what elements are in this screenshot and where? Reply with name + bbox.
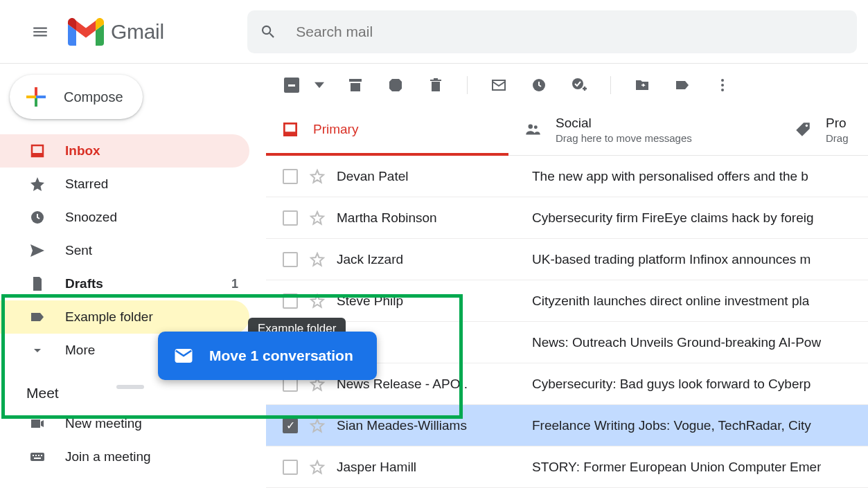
mail-row[interactable]: Jasper HamillSTORY: Former European Unio… — [266, 446, 868, 488]
category-tabs: Primary Social Drag here to move message… — [266, 104, 868, 156]
tab-label: Pro — [826, 116, 849, 131]
row-sender: Martha Robinson — [337, 210, 532, 226]
mail-row[interactable]: Jack IzzardUK-based trading platform Inf… — [266, 239, 868, 280]
star-icon[interactable] — [309, 210, 326, 226]
meet-join-meeting[interactable]: Join a meeting — [0, 440, 249, 473]
check-plus-icon — [571, 77, 587, 93]
meet-new-meeting[interactable]: New meeting — [0, 407, 249, 440]
star-icon[interactable] — [309, 168, 326, 185]
toolbar-separator — [610, 76, 611, 94]
svg-point-14 — [721, 79, 724, 82]
keyboard-icon — [29, 449, 46, 465]
hamburger-icon — [31, 23, 49, 41]
sidebar-resize-handle[interactable] — [116, 385, 144, 389]
row-checkbox[interactable] — [283, 460, 298, 475]
inbox-icon — [281, 120, 299, 138]
select-all-toggle[interactable] — [284, 78, 324, 93]
add-task-button[interactable] — [570, 76, 588, 94]
svg-rect-11 — [34, 458, 41, 459]
svg-rect-17 — [284, 132, 296, 135]
star-icon[interactable] — [309, 251, 326, 268]
row-subject: Cybersecurity firm FireEye claims hack b… — [532, 210, 814, 226]
more-button[interactable] — [714, 76, 732, 94]
svg-point-16 — [721, 89, 724, 91]
compose-button[interactable]: Compose — [10, 75, 143, 119]
drafts-count: 1 — [231, 277, 238, 291]
row-checkbox[interactable] — [283, 210, 298, 226]
folder-move-icon — [634, 77, 650, 93]
svg-rect-0 — [35, 87, 37, 97]
star-icon[interactable] — [309, 293, 326, 309]
nav-label: More — [65, 343, 95, 358]
search-bar[interactable] — [247, 10, 857, 53]
row-checkbox[interactable] — [283, 169, 298, 184]
svg-point-15 — [721, 84, 724, 87]
spam-icon — [387, 77, 404, 93]
row-sender: Jasper Hamill — [337, 460, 532, 475]
row-sender: Jack Izzard — [337, 252, 532, 267]
tab-primary[interactable]: Primary — [266, 104, 508, 155]
row-sender: Devan Patel — [337, 169, 532, 184]
row-sender: Steve Philp — [337, 293, 532, 309]
tab-subtext: Drag — [826, 132, 849, 144]
snooze-button[interactable] — [530, 76, 548, 94]
nav-example-folder[interactable]: Example folder — [0, 300, 249, 334]
star-icon — [29, 176, 46, 192]
row-checkbox[interactable] — [283, 293, 298, 309]
dropdown-caret-icon — [315, 80, 324, 90]
nav-label: Example folder — [65, 309, 153, 325]
mail-row[interactable]: Devan PatelThe new app with personalised… — [266, 156, 868, 197]
plus-icon — [24, 84, 48, 109]
sidebar: Compose Inbox Starred Snoozed Sent Draft… — [0, 64, 266, 488]
file-icon — [29, 275, 46, 292]
inbox-icon — [29, 143, 46, 159]
clock-icon — [29, 209, 46, 226]
labels-button[interactable] — [673, 76, 691, 94]
nav-inbox[interactable]: Inbox — [0, 134, 249, 168]
tab-label: Social — [556, 116, 692, 131]
spam-button[interactable] — [387, 76, 405, 94]
trash-icon — [427, 77, 444, 93]
row-subject: UK-based trading platform Infinox announ… — [532, 252, 811, 267]
mail-toolbar — [266, 64, 868, 104]
star-icon[interactable] — [309, 459, 326, 476]
mail-row[interactable]: Steve PhilpCityzenith launches direct on… — [266, 280, 868, 322]
main-panel: Primary Social Drag here to move message… — [266, 64, 868, 488]
main-menu-button[interactable] — [24, 15, 57, 48]
tag-icon — [794, 120, 812, 138]
nav-drafts[interactable]: Drafts 1 — [0, 267, 249, 300]
mail-row[interactable]: Martha RobinsonCybersecurity firm FireEy… — [266, 197, 868, 239]
app-header: Gmail — [0, 0, 868, 64]
svg-point-20 — [806, 125, 808, 127]
gmail-wordmark: Gmail — [111, 20, 164, 44]
tab-social[interactable]: Social Drag here to move messages — [508, 104, 779, 155]
nav-sent[interactable]: Sent — [0, 234, 249, 267]
row-checkbox[interactable] — [283, 418, 298, 433]
nav-label: Starred — [65, 177, 108, 192]
nav-snoozed[interactable]: Snoozed — [0, 201, 249, 234]
mark-unread-button[interactable] — [490, 76, 508, 94]
svg-rect-7 — [33, 455, 34, 456]
archive-icon — [347, 77, 364, 93]
nav-label: Drafts — [65, 276, 103, 291]
move-conversation-toast: Move 1 conversation — [158, 332, 377, 380]
mail-row[interactable]: Sian Meades-WilliamsFreelance Writing Jo… — [266, 405, 868, 446]
search-input[interactable] — [296, 24, 844, 40]
delete-button[interactable] — [427, 76, 445, 94]
nav-label: New meeting — [65, 416, 142, 431]
select-indeterminate-icon — [284, 78, 299, 93]
nav-starred[interactable]: Starred — [0, 168, 249, 201]
gmail-m-icon — [68, 18, 104, 46]
row-subject: News: Outreach Unveils Ground-breaking A… — [532, 335, 821, 350]
archive-button[interactable] — [346, 76, 364, 94]
row-checkbox[interactable] — [283, 252, 298, 267]
svg-rect-1 — [35, 97, 37, 107]
star-icon[interactable] — [309, 417, 326, 434]
gmail-logo[interactable]: Gmail — [68, 18, 164, 46]
send-icon — [29, 242, 46, 259]
tab-promotions[interactable]: Pro Drag — [779, 104, 864, 155]
mail-list: Devan PatelThe new app with personalised… — [266, 156, 868, 488]
svg-rect-9 — [38, 455, 39, 456]
search-icon — [260, 23, 276, 41]
move-to-button[interactable] — [633, 76, 651, 94]
